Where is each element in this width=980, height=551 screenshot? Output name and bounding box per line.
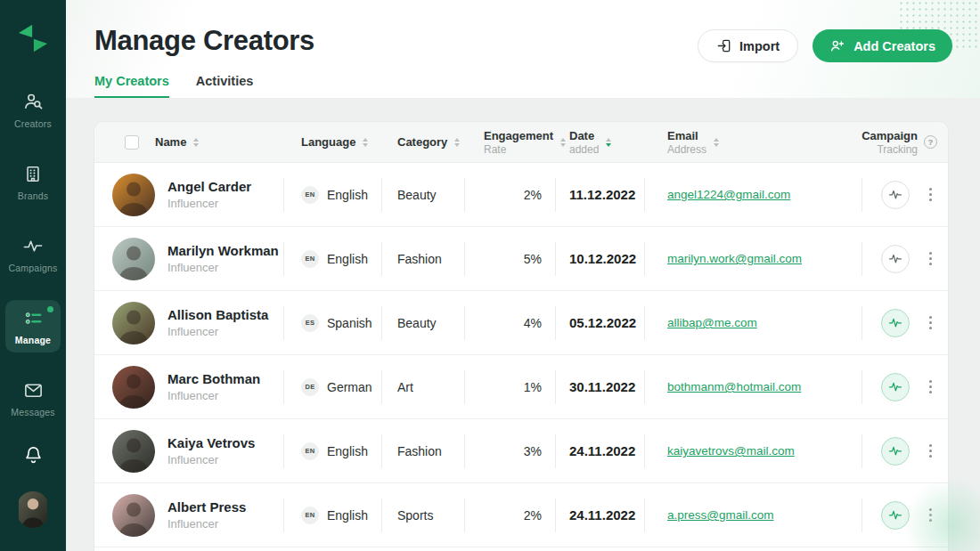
bell-icon [23,444,44,466]
sidebar-item-campaigns[interactable]: Campaigns [5,228,61,280]
column-header-name[interactable]: Name [155,135,186,149]
creator-name: Marc Bothman [167,371,260,386]
campaign-tracking-button[interactable] [881,437,910,466]
category-value: Fashion [381,419,464,482]
row-menu-button[interactable] [926,441,935,461]
email-link[interactable]: marilyn.work@gmail.com [667,252,802,265]
engagement-rate-value: 2% [464,483,555,547]
column-header-language[interactable]: Language [301,135,355,149]
row-menu-button[interactable] [926,312,935,333]
tab-bar: My Creators Activities [94,74,253,98]
row-menu-button[interactable] [926,248,935,269]
content-area: Name Language Category Engagement Rate [66,98,980,551]
row-menu-button[interactable] [926,184,935,205]
table-row: Allison Baptista Influencer ES Spanish B… [94,291,948,355]
creator-name: Albert Press [167,499,246,515]
language-value: Spanish [327,316,372,330]
user-avatar[interactable] [17,491,49,528]
table-row: Angel Carder Influencer EN English Beaut… [94,163,948,227]
engagement-rate-value: 1% [464,355,555,418]
creators-table: Name Language Category Engagement Rate [94,121,949,551]
language-value: German [327,380,372,394]
column-header-campaign-sub: Tracking [862,143,918,156]
email-link[interactable]: kaiyavetrovs@mail.com [667,444,795,458]
creator-role: Influencer [167,517,246,531]
tab-my-creators[interactable]: My Creators [94,74,169,98]
campaign-tracking-button[interactable] [881,181,910,209]
email-link[interactable]: bothmanm@hotmail.com [667,380,801,393]
column-header-date[interactable]: Date [569,129,594,142]
sidebar-item-messages[interactable]: Messages [5,372,61,425]
engagement-rate-value: 2% [464,163,555,226]
email-link[interactable]: a.press@gmail.com [667,508,774,522]
pulse-icon [888,508,902,522]
app-window: Creators Brands Campaigns [0,0,980,551]
sidebar-item-label: Messages [11,407,54,417]
language-code-badge: EN [301,186,319,204]
table-header-row: Name Language Category Engagement Rate [94,122,948,163]
sidebar-item-creators[interactable]: Creators [5,84,61,136]
brands-icon [23,164,43,184]
add-creators-button-label: Add Creators [853,39,935,53]
campaign-tracking-button[interactable] [881,309,910,337]
campaign-tracking-button[interactable] [881,245,910,273]
creator-name: Angel Carder [167,179,251,194]
language-code-badge: EN [301,506,319,524]
creator-avatar [112,366,155,409]
column-header-engagement[interactable]: Engagement [484,129,553,142]
date-added-value: 05.12.2022 [555,291,644,354]
category-value: Beauty [381,163,464,226]
sidebar-item-manage[interactable]: Manage [5,300,61,352]
creator-role: Influencer [167,453,255,466]
main-area: Manage Creators Import Add Creators [66,0,980,551]
sidebar-item-brands[interactable]: Brands [5,156,61,208]
campaign-tracking-button[interactable] [881,373,910,401]
notification-dot [47,306,53,312]
language-value: English [327,508,368,523]
date-added-value: 11.12.2022 [555,163,644,226]
column-header-date-sub: added [569,143,599,156]
table-body: Angel Carder Influencer EN English Beaut… [94,163,948,547]
sort-arrows-icon [714,138,719,147]
email-link[interactable]: angel1224@gmail.com [667,188,790,201]
category-value: Beauty [381,291,464,354]
pulse-icon [888,444,902,458]
tab-activities[interactable]: Activities [196,74,253,98]
language-value: English [327,188,368,202]
creator-role: Influencer [167,389,260,402]
category-value: Sports [381,483,464,547]
sidebar-item-label: Brands [18,190,48,201]
engagement-rate-value: 4% [464,291,555,354]
creator-avatar [112,174,155,216]
import-icon [716,38,731,53]
language-code-badge: DE [301,378,319,396]
sort-arrows-icon [363,138,368,147]
page-header: Manage Creators Import Add Creators [66,0,980,98]
notifications-bell-button[interactable] [23,444,44,468]
pulse-icon [888,252,902,265]
select-all-checkbox[interactable] [125,135,139,150]
date-added-value: 24.11.2022 [555,419,644,482]
column-header-campaign: Campaign [862,129,918,142]
add-creators-button[interactable]: Add Creators [813,29,952,62]
creator-avatar [112,238,155,280]
language-value: English [327,252,368,266]
pulse-icon [888,188,902,201]
table-row: Marc Bothman Influencer DE German Art 1%… [94,355,948,419]
sidebar-item-label: Manage [15,335,51,345]
row-menu-button[interactable] [926,377,935,397]
help-icon[interactable]: ? [924,135,937,149]
sidebar-item-label: Campaigns [9,263,58,273]
import-button[interactable]: Import [698,29,798,62]
column-header-category[interactable]: Category [397,135,447,149]
column-header-email[interactable]: Email [667,129,698,142]
language-value: English [327,444,368,458]
sidebar: Creators Brands Campaigns [0,0,66,551]
creator-role: Influencer [167,325,268,338]
sort-arrows-icon-active [606,138,611,147]
date-added-value: 24.11.2022 [555,483,644,547]
sort-arrows-icon [454,138,460,147]
table-row: Kaiya Vetrovs Influencer EN English Fash… [94,419,948,483]
creator-role: Influencer [167,197,251,210]
email-link[interactable]: allibap@me.com [667,316,757,329]
